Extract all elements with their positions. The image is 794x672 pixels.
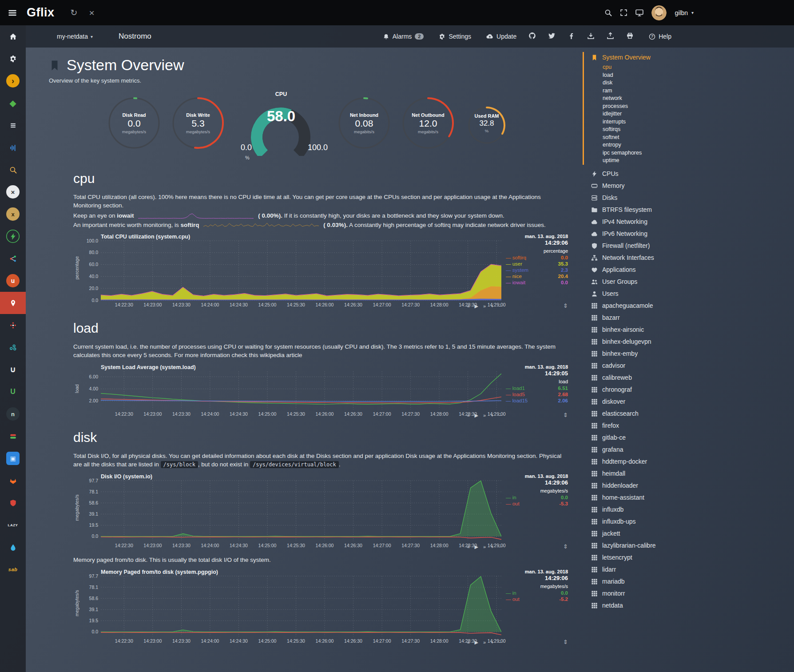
nav-item-lidarr[interactable]: lidarr xyxy=(591,564,699,575)
app-horseshoe-icon[interactable]: ∪ xyxy=(0,358,26,381)
nav-item-firefox[interactable]: firefox xyxy=(591,420,699,431)
legend-nice[interactable]: — nice20.4 xyxy=(506,273,568,279)
nav-item-home-assistant[interactable]: home-assistant xyxy=(591,492,699,503)
chart-cpu[interactable]: percentage Total CPU utilization (system… xyxy=(73,234,568,309)
legend-load15[interactable]: — load152.06 xyxy=(506,398,568,404)
legend-in[interactable]: — in0.0 xyxy=(506,494,568,501)
legend-out[interactable]: — out-5.2 xyxy=(506,596,568,602)
close-icon[interactable]: × xyxy=(89,8,94,18)
server-dropdown[interactable]: my-netdata ▾ xyxy=(57,33,93,40)
nav-item-system-overview[interactable]: System Overview xyxy=(591,52,699,63)
home-icon[interactable] xyxy=(0,25,26,48)
nav-subitem-disk[interactable]: disk xyxy=(603,79,699,87)
nav-subitem-processes[interactable]: processes xyxy=(603,103,699,111)
chart-disk-io[interactable]: megabytes/s Disk I/O (system.io) 0.019.5… xyxy=(73,473,568,550)
nav-item-mariadb[interactable]: mariadb xyxy=(591,576,699,587)
nav-item-chronograf[interactable]: chronograf xyxy=(591,384,699,395)
active-app-pin-icon[interactable] xyxy=(0,292,26,314)
legend-user[interactable]: — user35.3 xyxy=(506,261,568,267)
nav-subitem-network[interactable]: network xyxy=(603,95,699,103)
app-light-circle-icon[interactable]: × xyxy=(0,181,26,203)
app-dark-circle-icon[interactable]: n xyxy=(0,403,26,425)
nav-item-firewall-netfilter[interactable]: Firewall (netfilter) xyxy=(591,240,699,251)
legend-out[interactable]: — out-5.3 xyxy=(506,501,568,507)
gauge-cpu[interactable]: CPU 58.0 0.0 100.0 % xyxy=(232,92,330,159)
chart-zoom-in-button[interactable]: + xyxy=(491,413,493,418)
nav-item-grafana[interactable]: grafana xyxy=(591,444,699,455)
app-blue-square-icon[interactable]: ▣ xyxy=(0,447,26,469)
nav-subitem-uptime[interactable]: uptime xyxy=(603,157,699,165)
app-bolt-icon[interactable] xyxy=(0,225,26,247)
nav-item-btrfs-filesystem[interactable]: BTRFS filesystem xyxy=(591,204,699,215)
refresh-icon[interactable]: ↻ xyxy=(71,8,78,18)
chart-zoom-in-button[interactable]: + xyxy=(491,303,493,309)
app-pills-icon[interactable] xyxy=(0,425,26,447)
sabnzbd-icon[interactable]: sab xyxy=(0,558,26,581)
avatar[interactable] xyxy=(651,5,667,20)
emby-icon[interactable]: ◆ xyxy=(0,92,26,114)
facebook-icon[interactable] xyxy=(568,32,575,41)
nav-item-ipv6-networking[interactable]: IPv6 Networking xyxy=(591,228,699,239)
nav-item-network-interfaces[interactable]: Network Interfaces xyxy=(591,252,699,263)
chart-play-button[interactable]: ▶ xyxy=(475,413,478,418)
chart-play-button[interactable]: ▶ xyxy=(475,303,478,309)
nav-item-lazylibrarian-calibre[interactable]: lazylibrarian-calibre xyxy=(591,540,699,551)
nav-item-binhex-emby[interactable]: binhex-emby xyxy=(591,348,699,359)
chart-pan-right-button[interactable]: » xyxy=(483,544,486,550)
chart-resize-handle[interactable]: ⇕ xyxy=(563,302,568,309)
legend-softirq[interactable]: — softirq0.0 xyxy=(506,254,568,261)
nav-item-users[interactable]: Users xyxy=(591,288,699,299)
chart-play-button[interactable]: ▶ xyxy=(475,640,478,645)
nav-item-influxdb-ups[interactable]: influxdb-ups xyxy=(591,516,699,527)
chart-plot[interactable]: 0.019.539.158.678.197.714:22:3014:23:001… xyxy=(80,473,506,550)
search-app-icon[interactable] xyxy=(0,159,26,181)
settings-button[interactable]: Settings xyxy=(439,33,471,40)
chart-pan-left-button[interactable]: « xyxy=(467,303,469,309)
legend-load1[interactable]: — load16.51 xyxy=(506,385,568,391)
chart-pan-left-button[interactable]: « xyxy=(467,544,469,550)
upload-icon[interactable] xyxy=(607,32,614,41)
hamburger-menu-icon[interactable] xyxy=(8,8,17,17)
user-menu[interactable]: gilbn xyxy=(675,9,688,16)
nav-item-monitorr[interactable]: monitorr xyxy=(591,588,699,599)
nav-item-diskover[interactable]: diskover xyxy=(591,396,699,407)
update-button[interactable]: Update xyxy=(486,33,516,40)
chart-pan-right-button[interactable]: » xyxy=(483,640,486,645)
download-icon[interactable] xyxy=(587,32,595,41)
legend-load5[interactable]: — load52.68 xyxy=(506,391,568,398)
nav-item-cpus[interactable]: CPUs xyxy=(591,168,699,179)
multi-window-icon[interactable] xyxy=(635,9,643,17)
nav-subitem-load[interactable]: load xyxy=(603,72,699,80)
nav-item-calibreweb[interactable]: calibreweb xyxy=(591,372,699,383)
nav-item-ipv4-networking[interactable]: IPv4 Networking xyxy=(591,216,699,227)
chart-zoom-out-button[interactable]: − xyxy=(499,640,501,645)
chart-zoom-out-button[interactable]: − xyxy=(499,544,501,550)
gauge-disk-write[interactable]: Disk Write 5.3 megabytes/s xyxy=(168,92,228,154)
chart-plot[interactable]: 0.020.040.060.080.0100.014:22:3014:23:00… xyxy=(80,234,506,309)
gitlab-icon[interactable] xyxy=(0,469,26,492)
legend-in[interactable]: — in0.0 xyxy=(506,590,568,596)
lazylibrarian-icon[interactable]: LAZY xyxy=(0,514,26,536)
nav-item-heimdall[interactable]: heimdall xyxy=(591,468,699,479)
nav-item-user-groups[interactable]: User Groups xyxy=(591,276,699,287)
nav-item-hddtemp-docker[interactable]: hddtemp-docker xyxy=(591,456,699,467)
app-orange-circle-icon[interactable]: u xyxy=(0,270,26,292)
search-icon[interactable] xyxy=(604,9,612,16)
gauge-net-inbound[interactable]: Net Inbound 0.08 megabits/s xyxy=(334,92,394,154)
library-stack-icon[interactable] xyxy=(0,114,26,136)
nav-item-apacheguacamole[interactable]: apacheguacamole xyxy=(591,300,699,311)
share-nodes-icon[interactable] xyxy=(0,247,26,270)
soundwave-icon[interactable] xyxy=(0,136,26,159)
nav-item-gitlab-ce[interactable]: gitlab-ce xyxy=(591,432,699,443)
app-green-u-icon[interactable]: U xyxy=(0,381,26,403)
caret-down-icon[interactable]: ▾ xyxy=(691,10,694,15)
app-red-shield-icon[interactable] xyxy=(0,492,26,514)
legend-iowait[interactable]: — iowait0.0 xyxy=(506,279,568,286)
nav-subitem-softirqs[interactable]: softirqs xyxy=(603,126,699,134)
twitter-icon[interactable] xyxy=(548,32,556,41)
chart-pgpgio[interactable]: megabytes/s Memory Paged from/to disk (s… xyxy=(73,569,568,645)
nav-item-influxdb[interactable]: influxdb xyxy=(591,504,699,515)
chart-load[interactable]: load System Load Average (system.load) 2… xyxy=(73,364,568,418)
chart-zoom-in-button[interactable]: + xyxy=(491,544,493,550)
nav-item-elasticsearch[interactable]: elasticsearch xyxy=(591,408,699,419)
